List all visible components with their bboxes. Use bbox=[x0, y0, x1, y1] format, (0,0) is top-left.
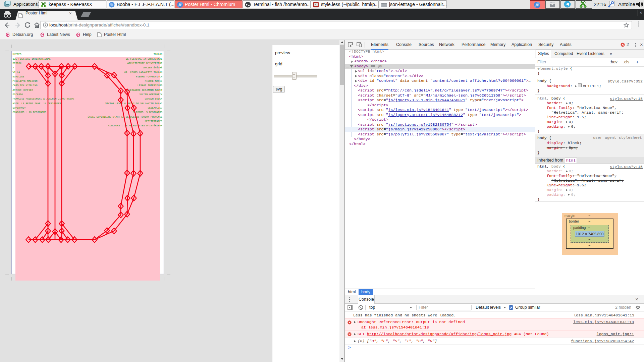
svg-text:NOAILLES: NOAILLES bbox=[13, 75, 24, 78]
svg-text:3E FESTIVAL INTERNATIONAL: 3E FESTIVAL INTERNATIONAL bbox=[126, 58, 162, 60]
svg-text:LESAGE INTÉRIEURS: LESAGE INTÉRIEURS bbox=[138, 84, 162, 87]
svg-text:JULIEN OPPENHEIM: JULIEN OPPENHEIM bbox=[139, 93, 162, 96]
svg-text:PICASSO: PICASSO bbox=[13, 93, 23, 96]
svg-text:ARCHITECTURE D'INTÉRIEUR: ARCHITECTURE D'INTÉRIEUR bbox=[127, 62, 162, 65]
svg-text:DARAGH SODEN: DARAGH SODEN bbox=[145, 98, 163, 100]
svg-text:TOULON: TOULON bbox=[154, 53, 162, 56]
svg-text:CAROLIEN NIEBLING: CAROLIEN NIEBLING bbox=[13, 84, 38, 87]
svg-text:SUPERPOLY: SUPERPOLY bbox=[13, 107, 26, 109]
svg-text:DEBEAULIEU: DEBEAULIEU bbox=[148, 107, 162, 109]
svg-text:MÉDITERRANÉE: MÉDITERRANÉE bbox=[145, 120, 163, 123]
svg-text:CONCOURS : 10 ARCHITECTES D'IN: CONCOURS : 10 ARCHITECTES D'INTÉRIEUR bbox=[108, 124, 163, 127]
svg-text:VILLA: VILLA bbox=[13, 71, 20, 74]
svg-text:ÉCOLE SUPÉRIEURE D'ART ET DE D: ÉCOLE SUPÉRIEURE D'ART ET DE DESIGN TOUL… bbox=[88, 116, 163, 118]
svg-text:DESIGN: DESIGN bbox=[13, 62, 21, 65]
svg-text:5 ROOMS. 5 DESIGNERS: 5 ROOMS. 5 DESIGNERS bbox=[133, 111, 162, 114]
svg-text:PIERRE YOVANOVITCH: PIERRE YOVANOVITCH bbox=[136, 75, 163, 78]
svg-text:ANCIEN ÉVÊCHÉ: ANCIEN ÉVÊCHÉ bbox=[143, 66, 162, 69]
svg-text:ARTHUR HOFFNER: ARTHUR HOFFNER bbox=[13, 89, 33, 92]
svg-text:PIERRE MARIE: PIERRE MARIE bbox=[145, 80, 163, 82]
svg-text:69. COURS LAFAYETTE TOULON: 69. COURS LAFAYETTE TOULON bbox=[124, 71, 163, 74]
svg-text:CONCOURS : 10 DESIGNERS: CONCOURS : 10 DESIGNERS bbox=[13, 111, 47, 114]
svg-text:13E FESTIVAL INTERNATIONAL: 13E FESTIVAL INTERNATIONAL bbox=[13, 58, 51, 60]
svg-text:ALEXANDRE BENJAMIN NAVET: ALEXANDRE BENJAMIN NAVET bbox=[127, 89, 162, 92]
svg-text:>: > bbox=[13, 66, 14, 69]
svg-text:HOTEL LA REINE JANE. 14 DESIGN: HOTEL LA REINE JANE. 14 DESIGNERS bbox=[13, 102, 61, 105]
svg-text:PHILLIPPE MALOUIN: PHILLIPPE MALOUIN bbox=[13, 80, 38, 82]
svg-text:VICTOR LEVAI & MATHILDE VALLAN: VICTOR LEVAI & MATHILDE VALLANTIN DULAC bbox=[105, 102, 162, 105]
svg-text:FRANÇOIS PASSOLUNGHI & JOACHIM: FRANÇOIS PASSOLUNGHI & JOACHIM JIROU-NAJ… bbox=[13, 98, 74, 100]
svg-text:HYÈRES: HYÈRES bbox=[13, 53, 21, 56]
